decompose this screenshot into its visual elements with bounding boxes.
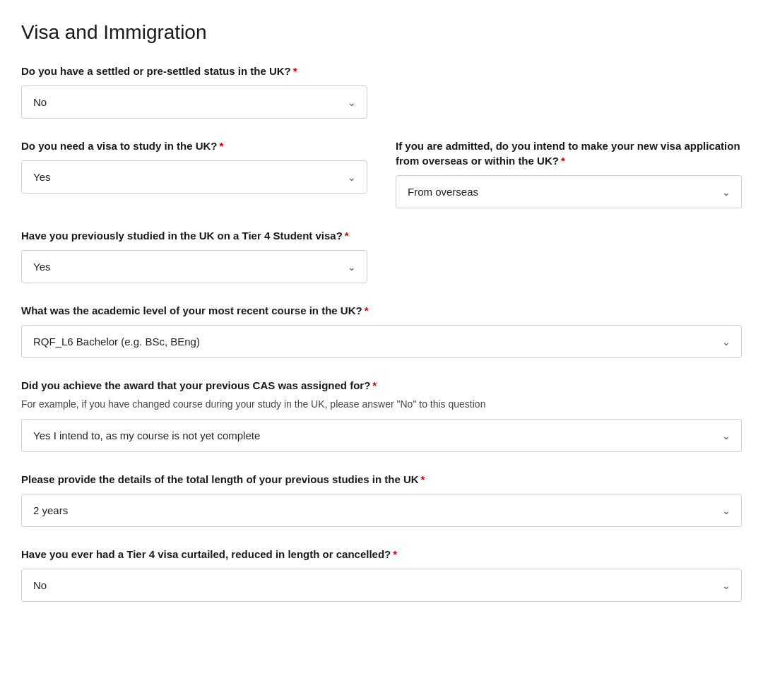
visa-needed-label: Do you need a visa to study in the UK?* — [21, 138, 367, 153]
visa-curtailed-select[interactable]: No Yes — [21, 569, 742, 602]
study-length-select-wrapper: 2 years 1 year 3 years 4 years 5 years o… — [21, 494, 742, 527]
settled-status-label: Do you have a settled or pre-settled sta… — [21, 64, 742, 78]
settled-status-select-wrapper: No Yes ⌄ — [21, 85, 367, 119]
required-indicator: * — [220, 140, 224, 152]
tier4-previous-select[interactable]: Yes No — [21, 250, 367, 283]
visa-curtailed-label: Have you ever had a Tier 4 visa curtaile… — [21, 547, 742, 562]
cas-award-label: Did you achieve the award that your prev… — [21, 378, 742, 393]
settled-status-select[interactable]: No Yes — [21, 85, 367, 119]
visa-location-select[interactable]: From overseas Within the UK — [396, 175, 742, 208]
academic-level-select-wrapper: RQF_L6 Bachelor (e.g. BSc, BEng) RQF_L7 … — [21, 325, 742, 358]
academic-level-select[interactable]: RQF_L6 Bachelor (e.g. BSc, BEng) RQF_L7 … — [21, 325, 742, 358]
cas-award-select[interactable]: Yes I intend to, as my course is not yet… — [21, 419, 742, 452]
tier4-previous-label: Have you previously studied in the UK on… — [21, 228, 742, 243]
required-indicator: * — [345, 230, 349, 242]
tier4-previous-select-wrapper: Yes No ⌄ — [21, 250, 367, 283]
visa-needed-select[interactable]: Yes No — [21, 160, 367, 194]
visa-location-label: If you are admitted, do you intend to ma… — [396, 138, 742, 168]
required-indicator: * — [365, 304, 369, 316]
academic-level-label: What was the academic level of your most… — [21, 303, 742, 318]
required-indicator: * — [393, 548, 397, 560]
required-indicator: * — [421, 473, 425, 485]
cas-award-select-wrapper: Yes I intend to, as my course is not yet… — [21, 419, 742, 452]
visa-needed-select-wrapper: Yes No ⌄ — [21, 160, 367, 194]
study-length-select[interactable]: 2 years 1 year 3 years 4 years 5 years o… — [21, 494, 742, 527]
visa-curtailed-select-wrapper: No Yes ⌄ — [21, 569, 742, 602]
required-indicator: * — [561, 155, 565, 167]
visa-location-select-wrapper: From overseas Within the UK ⌄ — [396, 175, 742, 208]
study-length-label: Please provide the details of the total … — [21, 472, 742, 487]
required-indicator: * — [293, 65, 297, 77]
page-title: Visa and Immigration — [21, 21, 742, 44]
cas-award-helper: For example, if you have changed course … — [21, 397, 742, 412]
required-indicator: * — [372, 379, 377, 391]
